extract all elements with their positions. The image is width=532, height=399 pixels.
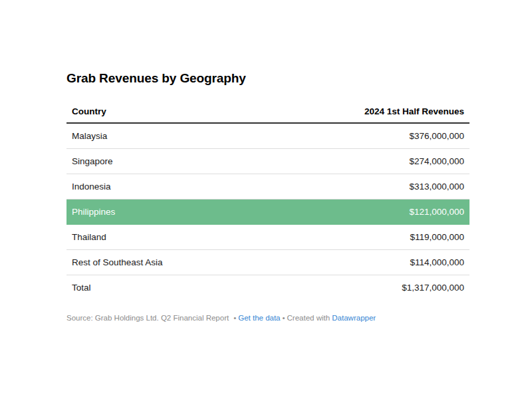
revenue-cell: $114,000,000 <box>259 249 469 275</box>
column-header-revenue: 2024 1st Half Revenues <box>259 100 469 123</box>
revenue-cell: $274,000,000 <box>259 148 469 174</box>
datawrapper-link[interactable]: Datawrapper <box>332 314 376 322</box>
country-cell: Rest of Southeast Asia <box>66 249 259 275</box>
page-title: Grab Revenues by Geography <box>66 72 469 85</box>
table-row-rest-of-southeast-asia: Rest of Southeast Asia $114,000,000 <box>66 249 469 275</box>
column-header-country: Country <box>66 100 259 123</box>
table-row-singapore: Singapore $274,000,000 <box>66 148 469 174</box>
revenue-cell: $119,000,000 <box>259 224 469 249</box>
revenue-cell: $1,317,000,000 <box>259 275 469 300</box>
revenue-cell: $313,000,000 <box>259 174 469 199</box>
table-row-total: Total $1,317,000,000 <box>66 275 469 300</box>
get-the-data-link[interactable]: Get the data <box>238 314 280 322</box>
separator-dot: • <box>283 314 285 322</box>
table-row-indonesia: Indonesia $313,000,000 <box>66 174 469 199</box>
revenue-table: Country 2024 1st Half Revenues Malaysia … <box>66 100 469 300</box>
country-cell: Total <box>66 275 259 300</box>
table-row-philippines-highlighted: Philippines $121,000,000 <box>66 199 469 224</box>
table-widget: Grab Revenues by Geography Country 2024 … <box>66 72 469 323</box>
source-text: Source: Grab Holdings Ltd. Q2 Financial … <box>66 314 229 322</box>
table-row-malaysia: Malaysia $376,000,000 <box>66 123 469 148</box>
revenue-cell: $376,000,000 <box>259 123 469 148</box>
table-row-thailand: Thailand $119,000,000 <box>66 224 469 249</box>
country-cell: Malaysia <box>66 123 259 148</box>
source-footer: Source: Grab Holdings Ltd. Q2 Financial … <box>66 313 469 323</box>
created-with-text: Created with <box>287 314 331 322</box>
country-cell: Philippines <box>66 199 259 224</box>
country-cell: Thailand <box>66 224 259 249</box>
header-row: Country 2024 1st Half Revenues <box>66 100 469 123</box>
country-cell: Singapore <box>66 148 259 174</box>
revenue-cell: $121,000,000 <box>259 199 469 224</box>
country-cell: Indonesia <box>66 174 259 199</box>
separator-dot: • <box>233 314 236 322</box>
